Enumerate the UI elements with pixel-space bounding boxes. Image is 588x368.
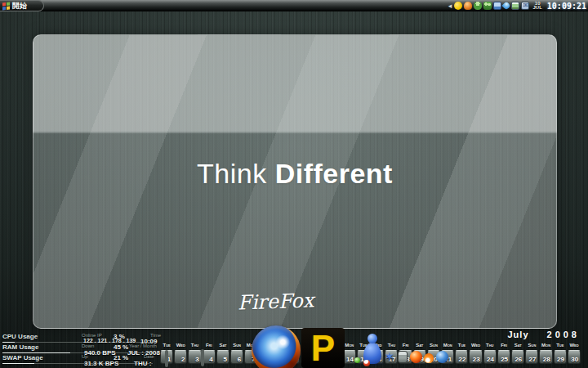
monitor-label: CPU Usage: [2, 333, 38, 340]
calendar-month: July: [508, 330, 529, 339]
wallpaper-title-light: Think: [197, 158, 275, 189]
calendar-year: 2008: [547, 330, 580, 339]
day-of-week-label: Fri: [399, 342, 412, 349]
monitor-value: 45 %: [114, 343, 128, 351]
computer-icon[interactable]: [201, 351, 215, 364]
firefox-icon[interactable]: [252, 325, 301, 368]
day-of-week-label: Tue: [455, 342, 468, 349]
day-of-week-label: Sat: [413, 342, 426, 349]
day-of-week-label: Sun: [427, 342, 440, 349]
day-of-week-label: Sat: [511, 342, 524, 349]
calendar-day-cell[interactable]: Sat 26: [511, 342, 524, 366]
calendar-day-cell[interactable]: Sat 5: [216, 342, 229, 366]
calendar-day-cell[interactable]: Mon 28: [539, 342, 552, 366]
robot-icon[interactable]: [398, 351, 408, 363]
calendar-day-cell[interactable]: Tue 29: [554, 342, 567, 366]
calendar-month-year: July2008: [508, 330, 581, 339]
day-number-button[interactable]: 6: [230, 350, 243, 364]
computer-icon[interactable]: [165, 352, 179, 365]
day-of-week-label: Mon: [441, 342, 454, 349]
monitor-bar: [2, 363, 153, 364]
calendar-day-cell[interactable]: Wed 23: [469, 342, 482, 366]
day-number-button[interactable]: 5: [216, 350, 229, 364]
calendar-day-cell[interactable]: Tue 22: [455, 342, 468, 366]
mail-tray-icon[interactable]: [521, 2, 529, 10]
day-of-week-label: Fri: [497, 342, 510, 349]
person-head: [368, 334, 377, 343]
wallpaper-title-bold: Different: [275, 158, 393, 189]
tray-date: 10 JUL: [532, 2, 541, 10]
monitor-row: CPU Usage 3 %: [2, 332, 153, 343]
day-of-week-label: Thu: [385, 342, 398, 349]
fox-small-icon[interactable]: [424, 353, 434, 363]
day-number-button[interactable]: 25: [497, 350, 510, 364]
day-number-button[interactable]: 30: [568, 350, 581, 364]
day-number-button[interactable]: 24: [483, 350, 497, 364]
day-of-week-label: Sat: [216, 342, 229, 349]
tray-collapse-arrow-icon[interactable]: ◂: [447, 2, 452, 10]
screenshot-tray-icon[interactable]: [511, 2, 519, 10]
day-number-button[interactable]: 3: [188, 350, 201, 364]
pcman-icon[interactable]: P: [301, 328, 345, 368]
glass-wallpaper-panel: Think Different FireFox: [33, 34, 557, 329]
blue-star-icon[interactable]: ✶: [385, 350, 394, 363]
calendar-day-cell[interactable]: Wed 30: [568, 342, 581, 366]
droplet-tray-icon[interactable]: [502, 1, 511, 10]
calendar-day-cell[interactable]: Thu 24: [483, 342, 497, 366]
calendar-day-cell[interactable]: Mon 14: [343, 342, 356, 366]
day-of-week-label: Wed: [568, 342, 581, 349]
day-number-button[interactable]: 28: [539, 350, 552, 364]
day-of-week-label: Fri: [203, 342, 216, 349]
monitor-tray-icon[interactable]: [493, 2, 501, 10]
calendar-day-cell[interactable]: Sun 6: [230, 342, 243, 366]
day-of-week-label: Thu: [483, 342, 497, 349]
day-number-button[interactable]: 22: [455, 350, 468, 364]
monitor-label: RAM Usage: [2, 343, 38, 351]
taskbar: 開始 ◂ 10 JUL: [0, 0, 588, 11]
day-number-button[interactable]: 14: [343, 350, 356, 364]
firefox-signature: FireFox: [238, 289, 314, 314]
day-of-week-label: Wed: [469, 342, 482, 349]
pacman-tray-icon[interactable]: [454, 2, 462, 10]
monitor-value: 3 %: [114, 333, 125, 340]
red-ball-icon[interactable]: [363, 360, 370, 366]
system-tray: ◂ 10 JUL 10:09:21: [447, 0, 586, 11]
day-of-week-label: Thu: [188, 342, 201, 349]
day-of-week-label: Sun: [230, 342, 243, 349]
day-number-button[interactable]: 26: [511, 350, 524, 364]
red-browser-ball-icon[interactable]: [410, 351, 422, 363]
day-of-week-label: Sun: [525, 342, 538, 349]
calendar-day-cell[interactable]: Thu 3: [188, 342, 201, 366]
monitor-label: SWAP Usage: [2, 354, 43, 361]
monitor-value: 21 %: [114, 354, 128, 361]
user-tray-icon[interactable]: [474, 2, 482, 10]
day-of-week-label: Mon: [343, 342, 356, 349]
windows-flag-icon: [2, 2, 10, 10]
tray-clock: 10:09:21: [547, 2, 586, 11]
green-ball-icon[interactable]: [354, 357, 360, 363]
monitor-row: RAM Usage 45 %: [2, 343, 153, 353]
start-button[interactable]: 開始: [0, 0, 44, 11]
day-of-week-label: Wed: [174, 342, 187, 349]
monitor-row: SWAP Usage 21 %: [2, 353, 153, 364]
day-of-week-label: Tue: [554, 342, 567, 349]
start-button-label: 開始: [12, 1, 27, 11]
day-number-button[interactable]: 29: [554, 350, 567, 364]
tray-date-month: JUL: [532, 6, 541, 10]
day-number-button[interactable]: 27: [525, 350, 538, 364]
blue-globe-icon[interactable]: [436, 351, 448, 363]
day-number-button[interactable]: 23: [469, 350, 482, 364]
system-monitor-widget: CPU Usage 3 % RAM Usage 45 % SWAP Usage …: [2, 332, 153, 364]
day-of-week-label: Mon: [539, 342, 552, 349]
day-of-week-label: Tue: [160, 342, 173, 349]
users-tray-icon[interactable]: [483, 2, 492, 10]
fox-tray-icon[interactable]: [464, 2, 472, 10]
calendar-day-cell[interactable]: Sun 27: [525, 342, 538, 366]
wallpaper-title: Think Different: [33, 158, 556, 190]
calendar-day-cell[interactable]: Fri 25: [497, 342, 510, 366]
